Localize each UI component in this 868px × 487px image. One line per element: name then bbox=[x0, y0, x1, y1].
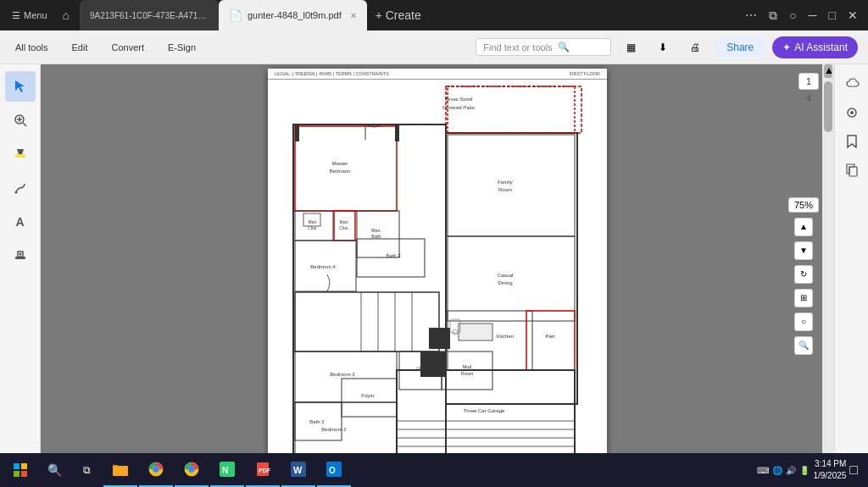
zoom-out-button[interactable]: ▼ bbox=[794, 241, 813, 260]
svg-text:Util.: Util. bbox=[416, 366, 425, 371]
svg-text:Bath 2: Bath 2 bbox=[309, 419, 325, 424]
home-button[interactable]: ⌂ bbox=[59, 5, 73, 25]
svg-text:Clos.: Clos. bbox=[339, 225, 348, 230]
tab-close-button[interactable]: ✕ bbox=[350, 11, 357, 20]
cloud-sync-button[interactable] bbox=[839, 71, 865, 97]
freehand-tool[interactable] bbox=[5, 173, 36, 203]
zoom-in-button[interactable]: ▲ bbox=[794, 218, 813, 236]
copy-content-button[interactable] bbox=[839, 158, 865, 183]
svg-rect-5 bbox=[15, 154, 25, 158]
ai-assistant-button[interactable]: ✦ AI Assistant bbox=[772, 36, 858, 58]
taskbar-app-newstar-sales[interactable]: N bbox=[210, 453, 244, 487]
all-tools-button[interactable]: All tools bbox=[10, 39, 53, 56]
text-icon: A bbox=[15, 215, 24, 229]
new-tab-label: + Create bbox=[376, 8, 421, 22]
svg-text:Room: Room bbox=[498, 187, 512, 192]
slider-icon: ○ bbox=[801, 317, 806, 326]
svg-rect-22 bbox=[459, 324, 492, 340]
svg-point-8 bbox=[19, 253, 21, 256]
zoom-full-button[interactable]: 🔍 bbox=[794, 336, 813, 355]
scroll-thumb[interactable] bbox=[824, 81, 832, 132]
svg-rect-80 bbox=[21, 471, 27, 477]
app-toolbar: All tools Edit Convert E-Sign Find text … bbox=[0, 30, 868, 64]
rotate-button[interactable]: ↻ bbox=[794, 265, 813, 284]
chevron-up-icon: ▲ bbox=[799, 222, 808, 231]
time-display: 3:14 PM bbox=[813, 458, 846, 470]
zoom-tool[interactable] bbox=[5, 105, 36, 136]
taskbar-app-outlook[interactable]: O bbox=[317, 453, 351, 487]
search-bar[interactable]: Find text or tools 🔍 bbox=[476, 38, 611, 56]
bookmark-button[interactable] bbox=[839, 129, 865, 154]
svg-text:W: W bbox=[293, 465, 303, 475]
view-pages-button[interactable] bbox=[839, 100, 865, 125]
svg-text:O: O bbox=[329, 466, 336, 475]
new-tab-button[interactable]: + Create bbox=[367, 0, 430, 30]
browser-settings-button[interactable]: ⋯ bbox=[742, 5, 760, 25]
svg-text:Bedroom: Bedroom bbox=[330, 169, 350, 174]
share-button[interactable]: Share bbox=[715, 36, 765, 58]
browser-extensions-button[interactable]: ⧉ bbox=[765, 5, 781, 26]
zoom-search-icon: 🔍 bbox=[798, 340, 809, 350]
taskbar-app-pdf[interactable]: PDF bbox=[246, 453, 280, 487]
taskbar-search-button[interactable]: 🔍 bbox=[39, 453, 70, 487]
svg-text:Covered Patio: Covered Patio bbox=[442, 105, 476, 110]
view-toggle-button[interactable]: ▦ bbox=[618, 35, 643, 60]
svg-point-6 bbox=[14, 191, 17, 194]
svg-rect-10 bbox=[293, 125, 446, 455]
convert-button[interactable]: Convert bbox=[107, 39, 150, 56]
taskbar-clock[interactable]: 3:14 PM 1/9/2025 bbox=[813, 458, 846, 482]
download-button[interactable]: ⬇ bbox=[650, 35, 676, 60]
ai-label: AI Assistant bbox=[794, 42, 848, 53]
minimize-button[interactable]: ─ bbox=[805, 5, 821, 25]
pdf-icon: 📄 bbox=[229, 9, 242, 22]
tab-bar: 9A213F61-1C0F-473E-A471-19D56... 📄 gunte… bbox=[80, 0, 735, 30]
pdf-page: LEGAL: | TREEDW | 45465 | TERMS | CONSTR… bbox=[268, 69, 607, 484]
text-tool[interactable]: A bbox=[5, 207, 36, 237]
taskbar-app-gunter-highland[interactable] bbox=[175, 453, 209, 487]
svg-text:Foyer: Foyer bbox=[361, 393, 374, 398]
start-button[interactable] bbox=[3, 453, 37, 487]
edit-button[interactable]: Edit bbox=[67, 39, 93, 56]
pdf-canvas[interactable]: LEGAL: | TREEDW | 45465 | TERMS | CONSTR… bbox=[41, 64, 834, 487]
volume-icon: 🔊 bbox=[786, 466, 796, 475]
page-total-label: 4 bbox=[806, 93, 811, 103]
close-button[interactable]: ✕ bbox=[844, 5, 861, 25]
svg-text:Kitchen: Kitchen bbox=[497, 334, 514, 339]
stamp-tool[interactable] bbox=[5, 241, 36, 271]
maximize-button[interactable]: □ bbox=[826, 5, 839, 25]
svg-rect-76 bbox=[849, 167, 857, 176]
floor-plan-svg: Texas Sized Covered Patio Master Bedroom… bbox=[276, 82, 598, 468]
taskbar-app-inventory-homes[interactable] bbox=[139, 453, 173, 487]
menu-icon: ☰ bbox=[12, 10, 20, 21]
scroll-up-arrow[interactable]: ▲ bbox=[824, 64, 832, 78]
chevron-down-icon: ▼ bbox=[799, 246, 808, 255]
zoom-slider-button[interactable]: ○ bbox=[794, 313, 813, 331]
svg-rect-77 bbox=[14, 463, 19, 469]
cursor-tool[interactable] bbox=[5, 71, 36, 102]
svg-rect-81 bbox=[113, 466, 128, 476]
task-view-button[interactable]: ⧉ bbox=[71, 453, 102, 487]
esign-button[interactable]: E-Sign bbox=[163, 39, 201, 56]
tab-pdf[interactable]: 📄 gunter-4848_l0t9m.pdf ✕ bbox=[219, 0, 367, 30]
svg-text:Bedroom 3: Bedroom 3 bbox=[330, 372, 355, 377]
svg-text:Casual: Casual bbox=[498, 273, 514, 278]
taskbar-app-word[interactable]: W bbox=[281, 453, 315, 487]
browser-menu-button[interactable]: ☰ Menu bbox=[7, 7, 53, 25]
notifications-icon[interactable]: □ bbox=[849, 462, 858, 478]
print-icon: 🖨 bbox=[690, 42, 700, 53]
taskbar-app-file-explorer[interactable] bbox=[103, 453, 137, 487]
svg-text:Master: Master bbox=[332, 161, 348, 166]
fit-page-button[interactable]: ⊞ bbox=[794, 289, 813, 307]
browser-account-button[interactable]: ○ bbox=[786, 5, 799, 25]
page-current: 1 bbox=[806, 76, 811, 86]
svg-text:Bedroom 4: Bedroom 4 bbox=[310, 264, 336, 269]
print-button[interactable]: 🖨 bbox=[682, 35, 708, 60]
browser-actions: ⋯ ⧉ ○ ─ □ ✕ bbox=[742, 5, 861, 26]
tab-file[interactable]: 9A213F61-1C0F-473E-A471-19D56... bbox=[80, 0, 219, 30]
svg-rect-70 bbox=[395, 125, 399, 141]
highlight-tool[interactable] bbox=[5, 139, 36, 169]
vertical-scrollbar[interactable]: ▲ ▼ bbox=[822, 64, 834, 487]
svg-rect-69 bbox=[295, 125, 299, 141]
left-sidebar: A ⋯ bbox=[0, 64, 41, 487]
svg-point-75 bbox=[850, 111, 854, 114]
